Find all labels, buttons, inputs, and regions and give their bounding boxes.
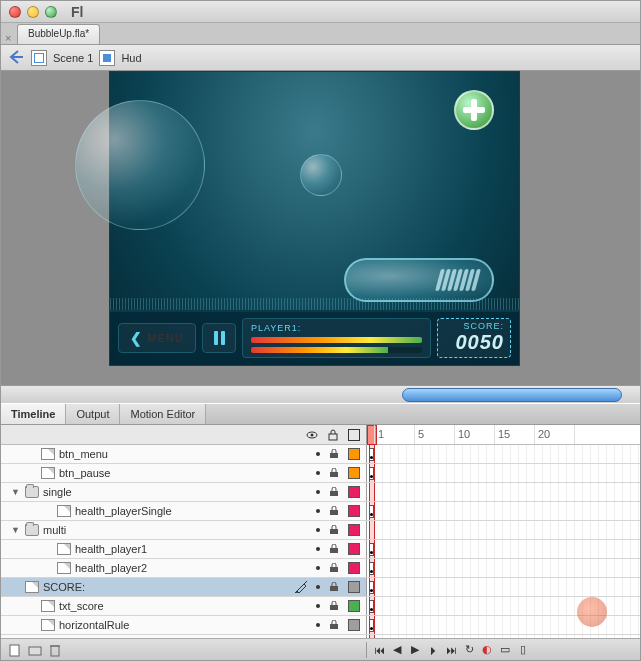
scrollbar-thumb[interactable]: [402, 388, 622, 402]
layer-row[interactable]: horizontalRule: [1, 616, 640, 635]
layer-name[interactable]: txt_score: [59, 600, 104, 612]
layer-row[interactable]: btn_menu: [1, 445, 640, 464]
lock-icon[interactable]: [329, 525, 339, 535]
visibility-dot[interactable]: [316, 547, 320, 551]
layer-row[interactable]: btn_pause: [1, 464, 640, 483]
layer-row[interactable]: SCORE:: [1, 578, 640, 597]
keyframe[interactable]: [369, 467, 374, 480]
color-swatch[interactable]: [348, 619, 360, 631]
visibility-dot[interactable]: [316, 604, 320, 608]
outline-icon[interactable]: [348, 429, 360, 441]
first-frame-button[interactable]: ⏮: [371, 642, 387, 658]
layer-list[interactable]: btn_menubtn_pause▼singlehealth_playerSin…: [1, 445, 640, 638]
frame-track[interactable]: [366, 559, 640, 577]
play-button[interactable]: ▶: [407, 642, 423, 658]
keyframe[interactable]: [369, 505, 374, 518]
color-swatch[interactable]: [348, 467, 360, 479]
visibility-dot[interactable]: [316, 623, 320, 627]
keyframe[interactable]: [369, 562, 374, 575]
eye-icon[interactable]: [306, 429, 318, 441]
visibility-dot[interactable]: [316, 471, 320, 475]
frame-track[interactable]: [366, 445, 640, 463]
frame-track[interactable]: [366, 635, 640, 638]
keyframe[interactable]: [369, 600, 374, 613]
color-swatch[interactable]: [348, 448, 360, 460]
keyframe[interactable]: [369, 543, 374, 556]
color-swatch[interactable]: [348, 581, 360, 593]
stage-canvas[interactable]: ❮ MENU PLAYER1: SCORE: 0050: [109, 71, 520, 366]
color-swatch[interactable]: [348, 600, 360, 612]
tab-timeline[interactable]: Timeline: [1, 404, 66, 424]
new-layer-button[interactable]: [7, 642, 23, 658]
onion-skin-button[interactable]: ◐: [479, 642, 495, 658]
horizontal-scrollbar[interactable]: [1, 385, 640, 403]
breadcrumb-symbol[interactable]: Hud: [121, 52, 141, 64]
lock-icon[interactable]: [329, 487, 339, 497]
color-swatch[interactable]: [348, 505, 360, 517]
last-frame-button[interactable]: ⏭: [443, 642, 459, 658]
visibility-dot[interactable]: [316, 509, 320, 513]
back-arrow-icon[interactable]: [7, 48, 25, 68]
frame-track[interactable]: [366, 483, 640, 501]
layer-row[interactable]: ▼multi: [1, 521, 640, 540]
minimize-window-button[interactable]: [27, 6, 39, 18]
edit-multiple-frames-button[interactable]: ▯: [515, 642, 531, 658]
layer-name[interactable]: health_player2: [75, 562, 147, 574]
color-swatch[interactable]: [348, 543, 360, 555]
zoom-window-button[interactable]: [45, 6, 57, 18]
tab-output[interactable]: Output: [66, 404, 120, 424]
visibility-dot[interactable]: [316, 490, 320, 494]
layer-row[interactable]: health_player1: [1, 540, 640, 559]
new-folder-button[interactable]: [27, 642, 43, 658]
visibility-dot[interactable]: [316, 452, 320, 456]
layer-name[interactable]: btn_menu: [59, 448, 108, 460]
onion-skin-outlines-button[interactable]: ▭: [497, 642, 513, 658]
frame-track[interactable]: [366, 597, 640, 615]
lock-icon[interactable]: [329, 563, 339, 573]
prev-frame-button[interactable]: ◀: [389, 642, 405, 658]
next-frame-button[interactable]: ⏵: [425, 642, 441, 658]
frame-track[interactable]: [366, 540, 640, 558]
breadcrumb-scene[interactable]: Scene 1: [53, 52, 93, 64]
layer-row[interactable]: txt_score: [1, 597, 640, 616]
fold-toggle[interactable]: ▼: [11, 487, 21, 497]
layer-name[interactable]: health_player1: [75, 543, 147, 555]
fold-toggle[interactable]: ▼: [11, 525, 21, 535]
menu-button[interactable]: ❮ MENU: [118, 323, 196, 353]
pause-button[interactable]: [202, 323, 236, 353]
keyframe[interactable]: [369, 619, 374, 632]
layer-row[interactable]: ▼single: [1, 483, 640, 502]
color-swatch[interactable]: [348, 562, 360, 574]
lock-icon[interactable]: [329, 601, 339, 611]
layer-row[interactable]: health_player2: [1, 559, 640, 578]
color-swatch[interactable]: [348, 524, 360, 536]
frame-ruler[interactable]: 1 5 10 15 20: [366, 425, 640, 444]
close-tab-icon[interactable]: ×: [5, 32, 13, 44]
layer-name[interactable]: horizontalRule: [59, 619, 129, 631]
lock-icon[interactable]: [329, 506, 339, 516]
lock-icon[interactable]: [329, 468, 339, 478]
keyframe[interactable]: [369, 581, 374, 594]
loop-button[interactable]: ↻: [461, 642, 477, 658]
frame-track[interactable]: [366, 616, 640, 634]
lock-icon[interactable]: [329, 449, 339, 459]
layer-row[interactable]: health_playerSingle: [1, 502, 640, 521]
tab-motion-editor[interactable]: Motion Editor: [120, 404, 206, 424]
lock-icon[interactable]: [329, 544, 339, 554]
visibility-dot[interactable]: [316, 528, 320, 532]
delete-layer-button[interactable]: [47, 642, 63, 658]
layer-name[interactable]: health_playerSingle: [75, 505, 172, 517]
visibility-dot[interactable]: [316, 566, 320, 570]
close-window-button[interactable]: [9, 6, 21, 18]
frame-track[interactable]: [366, 578, 640, 596]
color-swatch[interactable]: [348, 486, 360, 498]
lock-icon[interactable]: [329, 620, 339, 630]
frame-track[interactable]: [366, 521, 640, 539]
frame-track[interactable]: [366, 502, 640, 520]
layer-name[interactable]: SCORE:: [43, 581, 85, 593]
layer-name[interactable]: single: [43, 486, 72, 498]
stage-area[interactable]: ❮ MENU PLAYER1: SCORE: 0050: [1, 71, 640, 403]
layer-name[interactable]: multi: [43, 524, 66, 536]
visibility-dot[interactable]: [316, 585, 320, 589]
frame-track[interactable]: [366, 464, 640, 482]
